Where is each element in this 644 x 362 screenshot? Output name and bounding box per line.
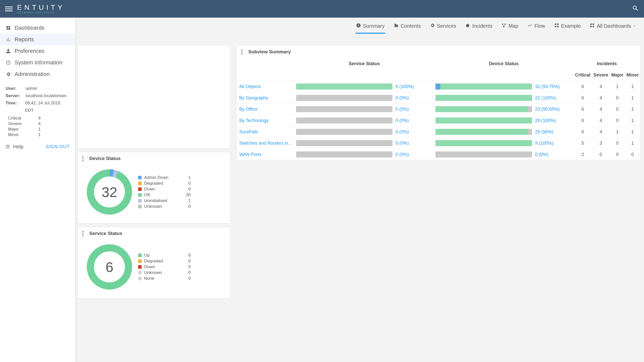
menu-item-dashboards[interactable]: Dashboards bbox=[0, 22, 75, 34]
device-status-title: Device Status bbox=[89, 156, 121, 161]
legend-label: Down bbox=[144, 264, 182, 269]
tab-example[interactable]: Example bbox=[554, 19, 581, 34]
cell-major: 0 bbox=[610, 115, 625, 126]
menu-item-icon bbox=[6, 37, 11, 42]
menu-item-reports[interactable]: Reports bbox=[0, 34, 75, 45]
service-status-pct: 6 (100%) bbox=[394, 81, 434, 92]
legend-value: 0 bbox=[182, 204, 223, 209]
device-status-bar bbox=[435, 140, 532, 146]
menu-item-administration[interactable]: Administration bbox=[0, 68, 75, 80]
tab-incidents[interactable]: Incidents bbox=[465, 19, 493, 34]
service-status-card: Service Status 6 Up6Degraded0Down0Unknow… bbox=[77, 227, 230, 298]
legend-chip bbox=[138, 199, 142, 203]
tab-map[interactable]: Map bbox=[501, 19, 519, 34]
menu-item-system-information[interactable]: System Information bbox=[0, 57, 75, 68]
legend-value: 1 bbox=[182, 198, 223, 203]
service-status-pct: 0 (0%) bbox=[394, 126, 434, 138]
tab-icon bbox=[430, 23, 435, 29]
tab-label: Flow bbox=[534, 23, 545, 29]
cell-minor: 1 bbox=[625, 104, 640, 115]
svg-rect-8 bbox=[557, 23, 558, 25]
menu-item-label: Dashboards bbox=[15, 25, 45, 31]
service-status-donut: 6 bbox=[84, 242, 135, 292]
card-drag-handle[interactable] bbox=[82, 156, 86, 161]
legend-label: Unknown bbox=[144, 270, 182, 275]
tab-flow[interactable]: Flow bbox=[527, 19, 545, 34]
tab-label: Incidents bbox=[472, 23, 492, 29]
svg-rect-9 bbox=[555, 26, 556, 27]
subview-summary-title: Subview Summary bbox=[248, 49, 291, 55]
incidents-legend: Critical6Severe4Major1Minor1 bbox=[0, 115, 75, 141]
session-user-value: admin bbox=[26, 85, 37, 92]
view-link[interactable]: WAN Ports bbox=[239, 152, 261, 157]
view-link[interactable]: Switches and Routers in Ea bbox=[239, 141, 295, 146]
cell-minor: 1 bbox=[625, 92, 640, 104]
service-status-pct: 0 (0%) bbox=[394, 138, 434, 149]
brand-logo: ENTUITY NETWORK ANALYTICS bbox=[17, 4, 65, 14]
tab-contents[interactable]: Contents bbox=[393, 19, 421, 34]
svg-rect-14 bbox=[593, 26, 594, 27]
tab-label: Example bbox=[561, 23, 581, 29]
legend-label: None bbox=[144, 276, 182, 281]
cell-critical: 5 bbox=[574, 138, 592, 149]
tab-services[interactable]: Services bbox=[429, 19, 457, 34]
device-status-pct: 0 (0%) bbox=[534, 149, 574, 160]
table-row: By Geography0 (0%)22 (100%)6401 bbox=[237, 92, 640, 104]
cell-severe: 4 bbox=[592, 115, 610, 126]
service-status-total: 6 bbox=[84, 242, 135, 292]
cell-critical: 6 bbox=[574, 92, 592, 104]
device-status-donut: 32 bbox=[84, 167, 135, 217]
tab-icon bbox=[590, 23, 595, 29]
card-drag-handle[interactable] bbox=[82, 231, 86, 236]
tab-all-dashboards[interactable]: All Dashboards bbox=[589, 19, 637, 34]
device-status-pct: 9 (100%) bbox=[534, 138, 574, 149]
legend-value: 0 bbox=[182, 259, 223, 264]
menu-item-icon bbox=[6, 25, 11, 30]
svg-point-3 bbox=[466, 24, 469, 27]
tab-label: All Dashboards bbox=[597, 23, 631, 29]
menu-item-label: Preferences bbox=[15, 48, 45, 54]
menu-toggle-button[interactable] bbox=[5, 7, 13, 11]
side-menu: DashboardsReportsPreferencesSystem Infor… bbox=[0, 18, 75, 362]
cell-major: 1 bbox=[610, 81, 625, 92]
view-link[interactable]: SurePath bbox=[239, 129, 258, 134]
device-status-total: 32 bbox=[84, 167, 135, 217]
view-link[interactable]: By Technology bbox=[239, 118, 269, 123]
device-status-bar bbox=[435, 106, 532, 112]
cell-major: 0 bbox=[610, 149, 625, 160]
legend-chip bbox=[138, 176, 142, 179]
legend-label: Unknown bbox=[144, 204, 182, 209]
cell-severe: 4 bbox=[592, 92, 610, 104]
service-status-bar bbox=[296, 140, 392, 146]
svg-rect-11 bbox=[590, 23, 592, 25]
view-link[interactable]: All Objects bbox=[239, 84, 261, 89]
search-icon[interactable] bbox=[632, 5, 639, 13]
chevron-down-icon bbox=[633, 24, 636, 28]
help-link[interactable]: Help bbox=[6, 144, 23, 150]
service-status-pct: 0 (0%) bbox=[394, 149, 434, 160]
cell-severe: 4 bbox=[592, 126, 610, 138]
menu-item-label: Administration bbox=[15, 71, 50, 77]
col-service-status: Service Status bbox=[295, 58, 434, 69]
service-status-title: Service Status bbox=[89, 231, 122, 236]
table-row: SurePath0 (0%)25 (96%)6411 bbox=[237, 126, 640, 138]
menu-item-preferences[interactable]: Preferences bbox=[0, 45, 75, 57]
device-status-pct: 25 (96%) bbox=[534, 126, 574, 138]
legend-label: Down bbox=[144, 187, 182, 192]
legend-value: 30 bbox=[182, 192, 223, 197]
sign-out-link[interactable]: SIGN OUT bbox=[46, 144, 70, 149]
service-status-pct: 0 (0%) bbox=[394, 115, 434, 126]
card-drag-handle[interactable] bbox=[241, 49, 245, 55]
view-link[interactable]: By Office bbox=[239, 107, 258, 112]
col-device-status: Device Status bbox=[434, 58, 574, 69]
cell-critical: 6 bbox=[574, 115, 592, 126]
legend-chip bbox=[138, 277, 142, 280]
session-server-value: localhost.localdomain bbox=[26, 92, 67, 100]
legend-value: 0 bbox=[182, 264, 223, 269]
cell-major: 0 bbox=[610, 92, 625, 104]
tab-summary[interactable]: Summary bbox=[355, 19, 385, 34]
cell-minor: 1 bbox=[625, 81, 640, 92]
device-status-bar bbox=[435, 129, 532, 135]
view-link[interactable]: By Geography bbox=[239, 95, 268, 100]
legend-chip bbox=[138, 259, 142, 263]
